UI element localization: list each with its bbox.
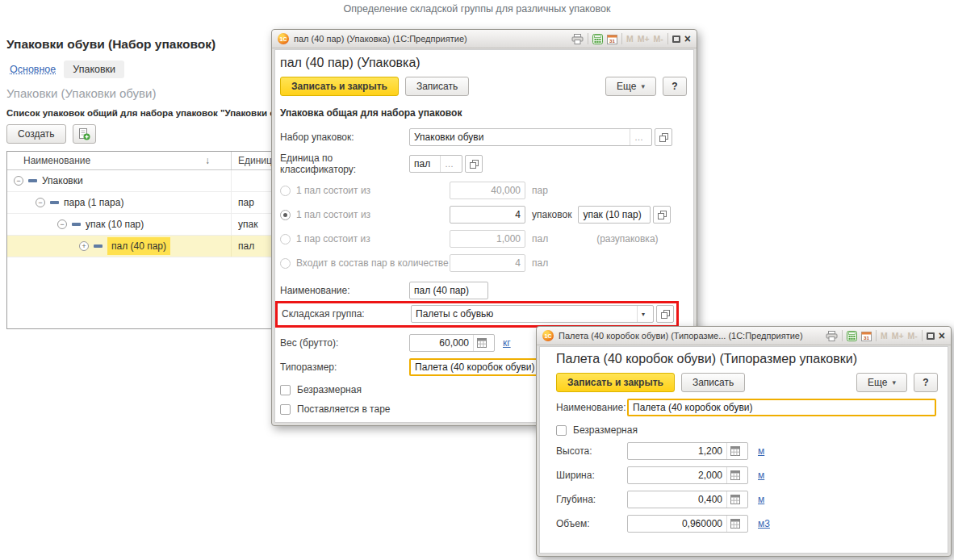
open-button[interactable] — [655, 128, 672, 146]
weight-field[interactable]: 60,000 — [409, 334, 495, 352]
packing-dialog-titlebar[interactable]: 1С пал (40 пар) (Упаковка) (1С:Предприят… — [272, 30, 697, 48]
choose-button[interactable]: … — [630, 129, 647, 145]
depth-unit-link[interactable]: м — [758, 494, 764, 505]
save-button[interactable]: Записать — [681, 373, 745, 392]
quantity-field[interactable]: 40,000 — [450, 182, 525, 199]
new-document-plus-icon — [78, 128, 90, 140]
memory-add-button[interactable]: M+ — [638, 34, 650, 44]
calculator-button[interactable] — [726, 491, 743, 508]
radio-button[interactable] — [280, 234, 291, 244]
calendar-icon[interactable]: 31 — [607, 34, 617, 44]
create-group-button[interactable] — [73, 124, 96, 144]
calculator-grid-icon — [730, 446, 740, 456]
calculator-button[interactable] — [473, 335, 490, 351]
pack-set-field[interactable]: Упаковки обуви … — [409, 128, 652, 146]
titlebar-separator — [588, 33, 588, 44]
weight-unit-link[interactable]: кг — [503, 337, 511, 349]
maximize-button[interactable] — [672, 36, 680, 43]
help-button[interactable]: ? — [663, 77, 687, 96]
calculator-icon[interactable] — [847, 331, 857, 341]
more-button[interactable]: Еще ▾ — [856, 373, 907, 392]
calculator-button[interactable] — [726, 467, 743, 483]
radio-row-contained: Входит в состав пар в количестве 4 пал — [280, 254, 687, 272]
calendar-icon[interactable]: 31 — [861, 331, 872, 341]
checkbox[interactable] — [280, 385, 291, 395]
collapse-icon[interactable]: − — [14, 176, 23, 186]
radio-button-selected[interactable] — [280, 210, 291, 220]
print-icon[interactable] — [826, 331, 838, 341]
chevron-down-icon: ▾ — [892, 378, 896, 387]
calculator-button[interactable] — [726, 443, 743, 459]
close-button[interactable]: × — [939, 330, 945, 341]
radio-row-unpack: 1 пар состоит из 1,000 пал (разупаковка) — [280, 230, 687, 248]
expand-icon[interactable]: + — [79, 241, 89, 251]
close-button[interactable]: × — [684, 33, 691, 44]
depth-field[interactable]: 0,400 — [627, 491, 748, 508]
checkbox[interactable] — [556, 425, 567, 436]
open-button[interactable] — [465, 155, 483, 173]
storage-group-field[interactable]: Палеты с обувью ▾ — [411, 305, 654, 323]
calculator-icon[interactable] — [592, 34, 603, 44]
typesize-dialog: 1С Палета (40 коробок обуви) (Типоразме.… — [536, 326, 952, 557]
pack-set-row: Набор упаковок: Упаковки обуви … — [280, 128, 687, 146]
calculator-grid-icon — [730, 495, 740, 504]
ref-pack-field[interactable]: упак (10 пар) — [578, 206, 651, 224]
dialog-title: Палета (40 коробок обуви) (Типоразмер уп… — [556, 351, 938, 367]
quantity-field[interactable]: 4 — [450, 206, 525, 224]
name-field[interactable]: Палета (40 коробок обуви) — [627, 399, 936, 416]
window-title: Палета (40 коробок обуви) (Типоразме... … — [559, 331, 803, 341]
radio-button[interactable] — [280, 186, 291, 196]
titlebar-separator — [842, 330, 843, 341]
package-icon — [50, 201, 59, 204]
calculator-button[interactable] — [726, 516, 743, 532]
choose-button[interactable]: … — [440, 156, 458, 172]
save-close-button[interactable]: Записать и закрыть — [556, 373, 675, 392]
collapse-icon[interactable]: − — [36, 198, 45, 207]
memory-subtract-button[interactable]: M- — [908, 331, 918, 341]
print-icon[interactable] — [571, 34, 584, 44]
height-unit-link[interactable]: м — [758, 445, 764, 457]
command-bar: Записать и закрыть Записать Еще ▾ ? — [280, 77, 687, 96]
memory-add-button[interactable]: M+ — [892, 331, 904, 341]
tab-main[interactable]: Основное — [6, 61, 59, 78]
maximize-button[interactable] — [927, 332, 935, 340]
calculator-grid-icon — [730, 519, 740, 529]
dropdown-arrow-icon[interactable]: ▾ — [637, 306, 649, 322]
name-field[interactable]: пал (40 пар) — [409, 282, 488, 299]
radio-button[interactable] — [280, 258, 291, 269]
memory-recall-button[interactable]: M — [626, 34, 634, 44]
save-close-button[interactable]: Записать и закрыть — [280, 77, 399, 96]
dialog-title: пал (40 пар) (Упаковка) — [280, 55, 687, 71]
page-caption: Определение складской группы для различн… — [0, 3, 954, 15]
memory-recall-button[interactable]: M — [881, 331, 888, 341]
width-unit-link[interactable]: м — [758, 470, 764, 481]
volume-unit-link[interactable]: м3 — [758, 518, 770, 529]
column-header-name[interactable]: Наименование ↓ — [7, 155, 231, 166]
calculator-grid-icon — [730, 470, 740, 480]
tab-packs[interactable]: Упаковки — [64, 61, 124, 78]
help-button[interactable]: ? — [914, 373, 938, 392]
quantity-field[interactable]: 1,000 — [450, 230, 525, 248]
checkbox[interactable] — [280, 404, 291, 415]
1c-logo-icon: 1С — [278, 33, 289, 44]
name-row: Наименование: пал (40 пар) — [280, 282, 687, 299]
open-in-window-icon — [661, 310, 670, 319]
typesize-dialog-body: Палета (40 коробок обуви) (Типоразмер уп… — [539, 346, 948, 554]
more-button[interactable]: Еще ▾ — [605, 77, 656, 96]
create-button[interactable]: Создать — [6, 124, 66, 144]
open-in-window-icon — [658, 211, 667, 219]
unit-classifier-field[interactable]: пал … — [409, 155, 462, 173]
open-button[interactable] — [656, 305, 674, 323]
quantity-field[interactable]: 4 — [450, 254, 525, 272]
open-button[interactable] — [653, 206, 671, 224]
collapse-icon[interactable]: − — [57, 219, 67, 229]
open-in-window-icon — [470, 160, 479, 169]
svg-text:31: 31 — [864, 334, 869, 340]
save-button[interactable]: Записать — [405, 77, 469, 96]
width-field[interactable]: 2,000 — [627, 466, 748, 484]
typesize-dialog-titlebar[interactable]: 1С Палета (40 коробок обуви) (Типоразме.… — [537, 327, 951, 345]
volume-field[interactable]: 0,960000 — [627, 515, 748, 533]
height-field[interactable]: 1,200 — [627, 442, 748, 460]
section-title: Упаковка общая для набора упаковок — [280, 107, 687, 122]
memory-subtract-button[interactable]: M- — [654, 34, 663, 44]
